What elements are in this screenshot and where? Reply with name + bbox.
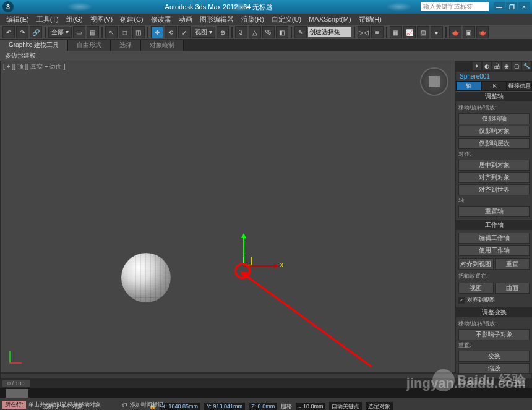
tab-object-paint[interactable]: 对象绘制 [141, 40, 184, 51]
spinner-snap-button[interactable]: ◧ [276, 26, 288, 38]
time-slider-handle[interactable] [6, 389, 28, 398]
menu-help[interactable]: 帮助(H) [355, 15, 385, 24]
menu-maxscript[interactable]: MAXScript(M) [305, 15, 354, 23]
close-button[interactable]: × [518, 2, 530, 11]
window-crossing-button[interactable]: ◫ [132, 26, 145, 38]
menu-graph-editors[interactable]: 图形编辑器 [196, 15, 238, 24]
layer-manager-button[interactable]: ▦ [390, 26, 402, 38]
menu-create[interactable]: 创建(C) [116, 15, 147, 24]
menu-animation[interactable]: 动画 [175, 15, 196, 24]
affect-hierarchy-only-button[interactable]: 仅影响层次 [458, 138, 530, 149]
menu-view[interactable]: 视图(V) [87, 15, 117, 24]
rect-select-button[interactable]: □ [119, 26, 131, 38]
viewport-label[interactable]: [ + ][ 顶 ][ 真实 + 边面 ] [3, 62, 66, 71]
dont-affect-children-button[interactable]: 不影响子对象 [458, 329, 530, 340]
tab-ik[interactable]: IK [481, 81, 507, 91]
world-axes-icon [7, 348, 25, 366]
help-search-input[interactable]: 输入关键字或标签 [421, 2, 489, 11]
panel-create-icon[interactable]: ✦ [473, 62, 481, 70]
tab-pivot[interactable]: 轴 [456, 81, 481, 91]
tab-selection[interactable]: 选择 [111, 40, 141, 51]
link-button[interactable]: 🔗 [30, 26, 42, 38]
viewcube[interactable] [420, 67, 448, 96]
selected-filter[interactable]: 选定对象 [366, 402, 393, 411]
panel-display-icon[interactable]: ▢ [512, 62, 521, 70]
restore-button[interactable]: ❐ [506, 2, 517, 11]
manage-selection-sets-button[interactable]: ✎ [294, 26, 307, 38]
autokey-button[interactable]: 自动关键点 [329, 402, 362, 411]
align-to-view-button[interactable]: 对齐到视图 [458, 258, 494, 270]
align-to-world-button[interactable]: 对齐到世界 [458, 184, 530, 195]
menu-edit[interactable]: 编辑(E) [2, 15, 33, 24]
title-bar: 3 Autodesk 3ds Max 2012 x64 无标题 输入关键字或标签… [0, 0, 532, 14]
menu-render[interactable]: 渲染(R) [238, 15, 268, 24]
minimize-button[interactable]: — [494, 2, 505, 11]
section-adjust-transform[interactable]: 调整变换 [456, 307, 532, 317]
curve-editor-button[interactable]: 📈 [403, 26, 416, 38]
redo-button[interactable]: ↷ [16, 26, 28, 38]
angle-snap-button[interactable]: △ [249, 26, 261, 38]
coord-x[interactable]: X: 1040.85mm [160, 403, 201, 410]
place-surface-button[interactable]: 曲面 [495, 283, 530, 294]
selection-set-input[interactable]: 创建选择集 [308, 27, 351, 37]
section-working-pivot[interactable]: 工作轴 [456, 220, 532, 230]
select-object-button[interactable]: ▭ [73, 26, 85, 38]
select-button[interactable]: ↖ [105, 26, 118, 38]
coord-y[interactable]: Y: 913.041mm [204, 403, 245, 410]
tab-freeform[interactable]: 自由形式 [68, 40, 111, 51]
snap-button[interactable]: 3 [235, 26, 247, 38]
align-to-object-button[interactable]: 对齐到对象 [458, 172, 530, 183]
window-title: Autodesk 3ds Max 2012 x64 无标题 [17, 2, 421, 12]
add-time-tag[interactable]: 添加时间标记 [130, 401, 163, 409]
render-button[interactable]: 🫖 [476, 26, 489, 38]
material-editor-button[interactable]: ● [431, 26, 443, 38]
percent-snap-button[interactable]: % [262, 26, 275, 38]
tab-graphite[interactable]: Graphite 建模工具 [0, 40, 68, 51]
panel-utilities-icon[interactable]: 🔧 [522, 62, 531, 70]
ribbon-sub[interactable]: 多边形建模 [0, 51, 532, 61]
gizmo-xy-plane[interactable] [243, 257, 252, 265]
reset-working-pivot-button[interactable]: 重置 [495, 258, 530, 270]
select-by-name-button[interactable]: ▤ [87, 26, 99, 38]
rotate-button[interactable]: ⟲ [165, 26, 177, 38]
viewport[interactable]: [ + ][ 顶 ][ 真实 + 边面 ] x [0, 61, 455, 373]
menu-modifiers[interactable]: 修改器 [147, 15, 175, 24]
gizmo-x-axis[interactable] [243, 265, 278, 267]
frame-indicator[interactable]: 0 / 100 [2, 380, 30, 387]
transform-gizmo[interactable]: x [243, 234, 280, 271]
reset-pivot-button[interactable]: 重置轴 [458, 206, 530, 217]
tab-link-info[interactable]: 链接信息 [507, 81, 532, 91]
align-button[interactable]: ≡ [371, 26, 384, 38]
panel-modify-icon[interactable]: ◐ [483, 62, 491, 70]
menu-group[interactable]: 组(G) [62, 15, 87, 24]
place-view-button[interactable]: 视图 [458, 283, 494, 294]
edit-working-pivot-button[interactable]: 编辑工作轴 [458, 233, 530, 244]
use-pivot-button[interactable]: ⊕ [217, 26, 229, 38]
menu-customize[interactable]: 自定义(U) [268, 15, 305, 24]
use-working-pivot-button[interactable]: 使用工作轴 [458, 245, 530, 256]
ref-coord-dropdown[interactable]: 视图 ▾ [192, 27, 215, 38]
move-button[interactable]: ✥ [151, 26, 163, 38]
selection-filter-dropdown[interactable]: 全部 ▾ [48, 27, 72, 38]
panel-hierarchy-icon[interactable]: 品 [492, 62, 501, 70]
align-to-view-checkbox[interactable]: 对齐到视图 [458, 296, 530, 304]
panel-motion-icon[interactable]: ◉ [502, 62, 511, 70]
scene-object-sphere[interactable] [121, 253, 171, 302]
app-logo[interactable]: 3 [2, 1, 14, 12]
center-to-object-button[interactable]: 居中到对象 [458, 160, 530, 171]
object-name-field[interactable]: Sphere001 [456, 72, 532, 81]
affect-object-only-button[interactable]: 仅影响对象 [458, 126, 530, 137]
affect-pivot-only-button[interactable]: 仅影响轴 [458, 113, 530, 124]
now-row-button[interactable]: 所在行: [2, 401, 26, 409]
undo-button[interactable]: ↶ [2, 26, 15, 38]
render-frame-button[interactable]: ▣ [463, 26, 475, 38]
scale-button[interactable]: ⤢ [178, 26, 191, 38]
add-time-tag-icon[interactable]: 🏷 [122, 402, 127, 408]
mirror-button[interactable]: ▷◁ [358, 26, 370, 38]
render-setup-button[interactable]: 🫖 [449, 26, 461, 38]
menu-tools[interactable]: 工具(T) [33, 15, 62, 24]
reset-transform-button[interactable]: 变换 [458, 351, 530, 362]
section-adjust-axis[interactable]: 调整轴 [456, 91, 532, 101]
schematic-view-button[interactable]: ▧ [417, 26, 429, 38]
coord-z[interactable]: Z: 0.0mm [249, 403, 277, 410]
